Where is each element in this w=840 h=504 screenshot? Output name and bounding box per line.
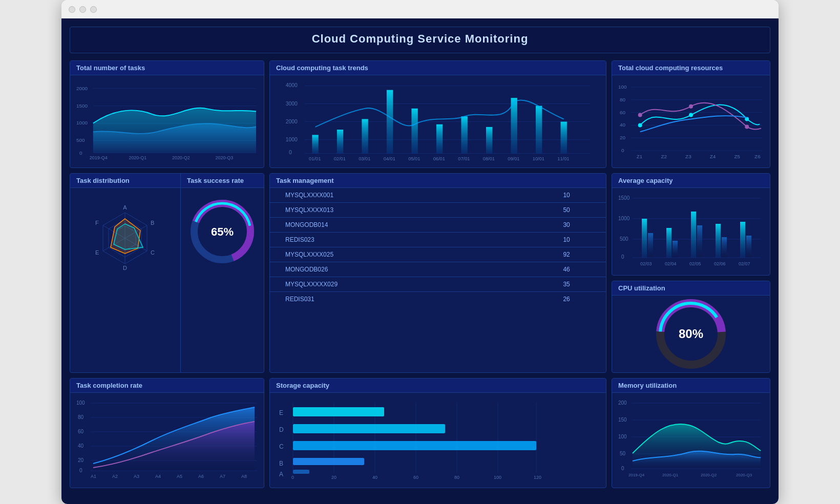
panel-avg-capacity: Average capacity (612, 173, 770, 276)
svg-text:A7: A7 (220, 474, 225, 479)
task-name: MONGODB026 (270, 262, 527, 277)
memory-util-chart: 200 150 100 50 0 (617, 397, 763, 481)
task-distribution-section: Task distribution (70, 174, 181, 372)
traffic-light-minimize[interactable] (79, 6, 86, 13)
svg-rect-108 (746, 236, 751, 258)
svg-rect-24 (312, 135, 318, 153)
svg-text:80%: 80% (679, 327, 703, 341)
task-name: MYSQLXXXX001 (270, 188, 527, 203)
svg-text:C: C (279, 443, 284, 450)
cloud-trends-chart: 4000 3000 2000 1000 0 (275, 79, 601, 161)
svg-rect-34 (560, 122, 566, 154)
svg-text:1500: 1500 (76, 103, 88, 109)
task-value: 26 (527, 292, 606, 307)
svg-text:2020-Q1: 2020-Q1 (129, 155, 146, 160)
table-row: REDIS03126 (270, 292, 606, 307)
svg-text:2020-Q3: 2020-Q3 (736, 473, 752, 477)
table-row: MONGODB02646 (270, 262, 606, 277)
svg-text:100: 100 (618, 84, 627, 90)
table-row: MYSQLXXXX01350 (270, 203, 606, 218)
svg-text:40: 40 (372, 475, 377, 480)
svg-rect-26 (362, 119, 368, 153)
svg-text:20: 20 (331, 475, 337, 480)
table-row: MONGODB01430 (270, 218, 606, 233)
svg-text:09/01: 09/01 (508, 156, 519, 161)
svg-text:2019-Q4: 2019-Q4 (90, 155, 108, 160)
panel-cloud-trends-header: Cloud computing task trends (270, 61, 606, 75)
row-3: Task completion rate (70, 378, 770, 488)
panel-task-completion-body: 100 80 60 40 20 0 (70, 393, 264, 488)
svg-text:05/01: 05/01 (408, 156, 420, 161)
svg-text:Z5: Z5 (734, 154, 740, 159)
svg-rect-152 (293, 441, 536, 450)
svg-text:4000: 4000 (286, 82, 298, 88)
task-value: 30 (527, 218, 606, 233)
dashboard-title: Cloud Computing Service Monitoring (70, 27, 770, 53)
panel-storage-capacity-header: Storage capacity (270, 379, 606, 393)
panel-cpu-util-body: 80% (612, 296, 770, 372)
svg-text:80: 80 (78, 414, 84, 420)
traffic-light-maximize[interactable] (90, 6, 97, 13)
svg-rect-28 (411, 109, 417, 154)
total-tasks-chart: 2000 1500 1000 500 0 (75, 79, 259, 161)
radar-chart: A B C D E F (75, 192, 175, 279)
svg-text:04/01: 04/01 (384, 156, 395, 161)
svg-rect-31 (486, 127, 492, 154)
svg-rect-103 (691, 212, 696, 258)
svg-text:60: 60 (78, 429, 84, 434)
svg-rect-99 (642, 219, 647, 258)
panel-avg-capacity-header: Average capacity (612, 174, 770, 188)
svg-text:C: C (151, 249, 155, 256)
task-management-table: MYSQLXXXX00110MYSQLXXXX01350MONGODB01430… (270, 188, 606, 306)
svg-text:0: 0 (289, 150, 292, 155)
svg-rect-102 (673, 241, 678, 258)
svg-text:2020-Q3: 2020-Q3 (215, 155, 233, 160)
panel-task-management-header: Task management (270, 174, 606, 188)
svg-text:E: E (95, 249, 99, 256)
panel-memory-util: Memory utilization (612, 378, 770, 488)
svg-text:500: 500 (620, 236, 628, 242)
svg-text:2020-Q2: 2020-Q2 (701, 473, 717, 477)
svg-text:2020-Q1: 2020-Q1 (662, 473, 679, 477)
svg-text:Z2: Z2 (661, 154, 667, 159)
svg-text:1500: 1500 (618, 195, 630, 201)
svg-text:0: 0 (621, 466, 624, 471)
svg-text:02/03: 02/03 (640, 261, 652, 266)
task-success-donut: 65% (186, 196, 258, 267)
svg-point-61 (638, 113, 642, 117)
panel-cloud-trends-body: 4000 3000 2000 1000 0 (270, 75, 606, 167)
svg-text:02/06: 02/06 (714, 261, 726, 266)
panel-task-management: Task management MYSQLXXXX00110MYSQLXXXX0… (269, 173, 606, 373)
svg-text:10/01: 10/01 (533, 156, 544, 161)
task-name: MYSQLXXXX013 (270, 203, 527, 218)
svg-text:60: 60 (413, 475, 418, 480)
task-value: 10 (527, 188, 606, 203)
svg-rect-150 (293, 407, 384, 416)
svg-text:A5: A5 (177, 474, 182, 479)
svg-text:1000: 1000 (618, 216, 630, 221)
row-2: Task distribution (70, 173, 770, 373)
task-success-section: Task success rate 65% (181, 174, 264, 372)
svg-text:E: E (279, 409, 283, 416)
task-success-body: 65% (181, 188, 264, 275)
svg-text:0: 0 (621, 254, 624, 260)
svg-text:150: 150 (618, 417, 627, 423)
task-name: MONGODB014 (270, 218, 527, 233)
svg-text:40: 40 (78, 443, 84, 449)
svg-rect-107 (740, 222, 745, 258)
svg-text:B: B (279, 460, 283, 467)
traffic-light-close[interactable] (69, 6, 75, 13)
svg-rect-106 (722, 237, 727, 258)
panel-cloud-resources-body: 100 80 60 40 20 0 (612, 75, 770, 167)
svg-text:06/01: 06/01 (433, 156, 445, 161)
task-success-header: Task success rate (181, 174, 264, 188)
svg-text:07/01: 07/01 (458, 156, 470, 161)
svg-text:0: 0 (79, 468, 82, 473)
row-1: Total number of tasks 2000 1500 1000 500… (70, 60, 770, 168)
svg-text:A: A (279, 471, 283, 478)
panel-memory-util-body: 200 150 100 50 0 (612, 393, 770, 488)
svg-text:A8: A8 (241, 474, 247, 479)
task-completion-chart: 100 80 60 40 20 0 (75, 397, 260, 481)
svg-text:D: D (123, 265, 127, 271)
svg-text:08/01: 08/01 (483, 156, 495, 161)
